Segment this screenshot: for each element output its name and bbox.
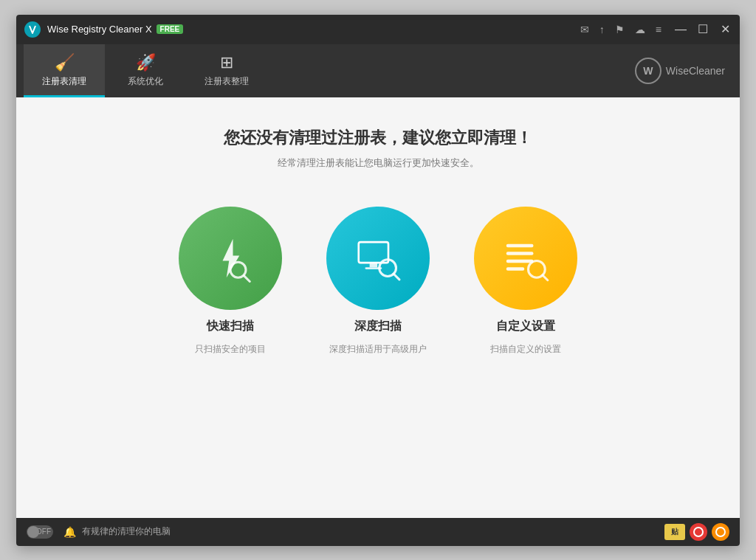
main-content: 您还没有清理过注册表，建议您立即清理！ 经常清理注册表能让您电脑运行更加快速安全…	[16, 97, 740, 518]
scan-options-container: 快速扫描 只扫描安全的项目 深度扫描 深度扫描	[179, 207, 577, 356]
minimize-button[interactable]: —	[673, 24, 688, 35]
nav-label-system-optimize: 系统优化	[128, 75, 163, 88]
quick-scan-circle[interactable]	[179, 207, 282, 310]
app-logo-icon	[24, 21, 41, 38]
deep-scan-desc: 深度扫描适用于高级用户	[329, 343, 427, 356]
brand-area: W WiseCleaner	[635, 58, 725, 84]
svg-line-7	[394, 274, 399, 280]
email-icon[interactable]: ✉	[580, 24, 589, 35]
rocket-icon: 🚀	[136, 53, 156, 72]
notification-inner	[715, 527, 726, 537]
nav-item-registry-clean[interactable]: 🧹 注册表清理	[24, 44, 105, 97]
upload-icon[interactable]: ↑	[599, 24, 605, 35]
toggle-thumb	[27, 526, 39, 538]
footer-badges: 贴	[664, 523, 729, 541]
navbar: 🧹 注册表清理 🚀 系统优化 ⊞ 注册表整理 W WiseCleaner	[16, 44, 740, 97]
quick-scan-option[interactable]: 快速扫描 只扫描安全的项目	[179, 207, 282, 356]
menu-icon[interactable]: ≡	[656, 24, 662, 35]
flag-icon[interactable]: ⚑	[615, 24, 625, 35]
quick-scan-title: 快速扫描	[207, 319, 254, 334]
quick-scan-icon	[205, 232, 256, 284]
footer-schedule-text: 有规律的清理你的电脑	[82, 525, 171, 538]
app-title: Wise Registry Cleaner X	[47, 24, 152, 35]
maximize-button[interactable]: ☐	[695, 24, 710, 35]
titlebar: Wise Registry Cleaner X FREE ✉ ↑ ⚑ ☁ ≡ —…	[16, 15, 740, 44]
custom-scan-option[interactable]: 自定义设置 扫描自定义的设置	[474, 207, 577, 356]
weibo-inner	[693, 527, 704, 537]
schedule-toggle[interactable]: OFF	[27, 525, 53, 539]
notification-badge[interactable]	[712, 523, 729, 541]
deep-scan-circle[interactable]	[326, 207, 430, 310]
free-badge: FREE	[157, 24, 184, 34]
custom-scan-icon	[500, 232, 551, 284]
quick-scan-desc: 只扫描安全的项目	[195, 343, 266, 356]
svg-point-0	[24, 21, 41, 38]
custom-scan-title: 自定义设置	[496, 319, 555, 334]
toggle-track[interactable]: OFF	[27, 525, 53, 539]
deep-scan-icon	[352, 232, 404, 284]
brand-logo-icon: W	[635, 58, 662, 84]
svg-rect-8	[506, 243, 534, 246]
svg-rect-9	[506, 252, 534, 255]
custom-scan-desc: 扫描自定义的设置	[490, 343, 561, 356]
sticker-badge[interactable]: 贴	[664, 524, 685, 540]
svg-rect-11	[506, 267, 525, 270]
custom-scan-circle[interactable]	[474, 207, 577, 310]
nav-item-registry-defrag[interactable]: ⊞ 注册表整理	[186, 44, 267, 97]
nav-item-system-optimize[interactable]: 🚀 系统优化	[105, 44, 186, 97]
titlebar-icons: ✉ ↑ ⚑ ☁ ≡	[580, 24, 662, 35]
nav-label-registry-clean: 注册表清理	[42, 75, 86, 88]
cloud-icon[interactable]: ☁	[635, 24, 645, 35]
grid-icon: ⊞	[220, 53, 233, 72]
main-subheadline: 经常清理注册表能让您电脑运行更加快速安全。	[278, 156, 479, 170]
main-headline: 您还没有清理过注册表，建议您立即清理！	[224, 127, 532, 149]
deep-scan-option[interactable]: 深度扫描 深度扫描适用于高级用户	[326, 207, 430, 356]
svg-line-13	[543, 274, 548, 280]
window-controls: — ☐ ✕	[673, 24, 732, 35]
broom-icon: 🧹	[55, 53, 75, 72]
nav-label-registry-defrag: 注册表整理	[205, 75, 249, 88]
bell-icon: 🔔	[63, 526, 76, 538]
close-button[interactable]: ✕	[718, 24, 732, 35]
footer: OFF 🔔 有规律的清理你的电脑 贴	[16, 518, 740, 546]
app-window: Wise Registry Cleaner X FREE ✉ ↑ ⚑ ☁ ≡ —…	[16, 15, 740, 546]
deep-scan-title: 深度扫描	[354, 319, 402, 334]
svg-rect-10	[506, 259, 534, 262]
svg-rect-4	[370, 263, 378, 267]
weibo-badge[interactable]	[690, 523, 707, 541]
brand-name: WiseCleaner	[666, 65, 725, 77]
svg-line-2	[244, 275, 250, 281]
